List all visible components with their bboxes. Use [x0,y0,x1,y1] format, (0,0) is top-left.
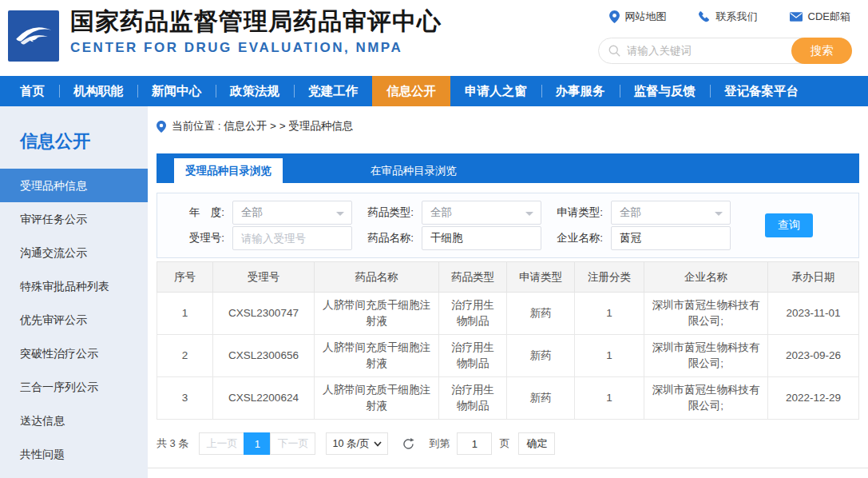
sidebar-item-delivery-info[interactable]: 送达信息 [0,404,148,437]
cell-drug-type: 治疗用生物制品 [439,293,507,335]
sidebar-item-common-issues[interactable]: 共性问题 [0,437,148,471]
breadcrumb-pin-icon [157,121,166,133]
col-header-date: 承办日期 [768,262,859,293]
cell-date: 2023-09-26 [768,335,859,377]
sidebar-title: 信息公开 [0,106,148,169]
sidebar: 信息公开 受理品种信息 审评任务公示 沟通交流公示 特殊审批品种列表 优先审评公… [0,106,148,478]
nav-item-home[interactable]: 首页 [6,76,59,106]
cell-date: 2022-12-29 [768,377,859,420]
sidebar-item-communication-publicity[interactable]: 沟通交流公示 [0,236,148,269]
nav-item-applicant-window[interactable]: 申请人之窗 [450,76,541,106]
site-subtitle: CENTER FOR DRUG EVALUATION, NMPA [70,40,442,56]
nav-item-news[interactable]: 新闻中心 [137,76,216,106]
nav-item-registration-platform[interactable]: 登记备案平台 [710,76,813,106]
contact-us-link[interactable]: 联系我们 [699,10,758,24]
nav-item-info-disclosure[interactable]: 信息公开 [372,76,450,106]
drug-type-label: 药品类型: [363,205,414,220]
goto-page-label: 到第 [429,436,450,451]
sidebar-item-accepted-variety-info[interactable]: 受理品种信息 [0,169,148,202]
col-header-acceptance-no: 受理号 [213,262,315,293]
year-label: 年 度: [173,205,224,220]
chevron-down-icon [525,212,533,216]
year-select-value: 全部 [241,205,263,220]
apply-type-select[interactable]: 全部 [611,201,731,225]
next-page-button[interactable]: 下一页 [270,432,315,455]
search-button[interactable]: 搜索 [791,38,852,64]
cell-drug-type: 治疗用生物制品 [439,335,507,377]
page-body: 信息公开 受理品种信息 审评任务公示 沟通交流公示 特殊审批品种列表 优先审评公… [0,106,868,478]
mail-icon [790,12,803,22]
prev-page-button[interactable]: 上一页 [199,432,244,455]
cell-acceptance-no: CXSL2300656 [213,335,315,377]
nav-item-party-building[interactable]: 党建工作 [294,76,372,106]
refresh-icon [402,437,415,451]
cde-mail-label: CDE邮箱 [808,10,850,24]
apply-type-label: 申请类型: [552,205,603,220]
table-row: 1 CXSL2300747 人脐带间充质干细胞注射液 治疗用生物制品 新药 1 … [157,293,859,335]
cell-reg-class: 1 [575,293,644,335]
tab-under-review-catalog[interactable]: 在审品种目录浏览 [359,158,468,183]
sidebar-item-three-in-one-publicity[interactable]: 三合一序列公示 [0,370,148,404]
contact-us-label: 联系我们 [716,10,758,24]
company-name-field [611,226,731,250]
header-quick-links: 网站地图 联系我们 CDE邮箱 [609,10,850,24]
search-input[interactable] [627,45,787,57]
cell-apply-type: 新药 [507,293,575,335]
nav-item-services[interactable]: 办事服务 [541,76,620,106]
cell-date: 2023-11-01 [768,293,859,335]
site-header: 国家药品监督管理局药品审评中心 CENTER FOR DRUG EVALUATI… [0,0,868,76]
cell-seq: 1 [157,293,213,335]
nav-item-supervision-feedback[interactable]: 监督与反馈 [620,76,711,106]
goto-page-input[interactable] [457,432,492,455]
cell-reg-class: 1 [575,335,644,377]
main-navigation: 首页 机构职能 新闻中心 政策法规 党建工作 信息公开 申请人之窗 办事服务 监… [0,76,868,106]
year-select[interactable]: 全部 [232,201,352,225]
sidebar-item-special-approval-list[interactable]: 特殊审批品种列表 [0,269,148,303]
chevron-down-icon [336,212,344,216]
sitemap-label: 网站地图 [625,10,667,24]
cell-drug-name: 人脐带间充质干细胞注射液 [315,377,439,420]
page-size-select[interactable]: 10 条/页 [326,432,388,455]
page-size-value: 10 条/页 [333,437,370,451]
total-count-label: 共 3 条 [157,436,188,451]
sidebar-item-breakthrough-therapy-publicity[interactable]: 突破性治疗公示 [0,337,148,370]
goto-page-unit: 页 [499,436,509,451]
company-name-input[interactable] [620,233,722,245]
drug-name-input[interactable] [430,233,533,245]
sitemap-link[interactable]: 网站地图 [609,10,667,24]
sidebar-item-review-task-publicity[interactable]: 审评任务公示 [0,202,148,236]
chevron-down-icon [715,212,723,216]
cell-company: 深圳市茵冠生物科技有限公司; [644,293,768,335]
cell-acceptance-no: CXSL2300747 [213,293,315,335]
query-button[interactable]: 查询 [765,213,813,237]
cell-apply-type: 新药 [507,377,575,420]
acceptance-no-input[interactable] [241,233,343,245]
breadcrumb-text: 当前位置 : 信息公开 > > 受理品种信息 [172,119,353,133]
cell-reg-class: 1 [575,377,644,420]
table-header-row: 序号 受理号 药品名称 药品类型 申请类型 注册分类 企业名称 承办日期 [157,262,859,293]
table-row: 2 CXSL2300656 人脐带间充质干细胞注射液 治疗用生物制品 新药 1 … [157,335,859,377]
breadcrumb: 当前位置 : 信息公开 > > 受理品种信息 [157,119,868,133]
confirm-button[interactable]: 确定 [518,432,555,455]
col-header-drug-name: 药品名称 [315,262,439,293]
search-icon [608,45,620,57]
cde-logo[interactable] [8,10,59,62]
cde-mail-link[interactable]: CDE邮箱 [790,10,850,24]
drug-type-select[interactable]: 全部 [422,201,541,225]
nav-item-functions[interactable]: 机构职能 [59,76,137,106]
site-search: 搜索 [598,38,852,64]
footer-divider [148,468,868,468]
pagination: 共 3 条 上一页 1 下一页 10 条/页 到第 页 确定 [157,432,868,455]
col-header-seq: 序号 [157,262,213,293]
refresh-button[interactable] [402,436,416,451]
cell-drug-name: 人脐带间充质干细胞注射液 [315,335,439,377]
cell-seq: 3 [157,377,213,420]
acceptance-no-field [232,226,352,250]
col-header-drug-type: 药品类型 [439,262,507,293]
nav-item-policies[interactable]: 政策法规 [216,76,294,106]
site-title: 国家药品监督管理局药品审评中心 [70,7,442,36]
current-page-button[interactable]: 1 [244,432,271,455]
tab-accepted-catalog[interactable]: 受理品种目录浏览 [174,158,283,183]
sidebar-item-priority-review-publicity[interactable]: 优先审评公示 [0,303,148,337]
table-row: 3 CXSL2200624 人脐带间充质干细胞注射液 治疗用生物制品 新药 1 … [157,377,859,420]
